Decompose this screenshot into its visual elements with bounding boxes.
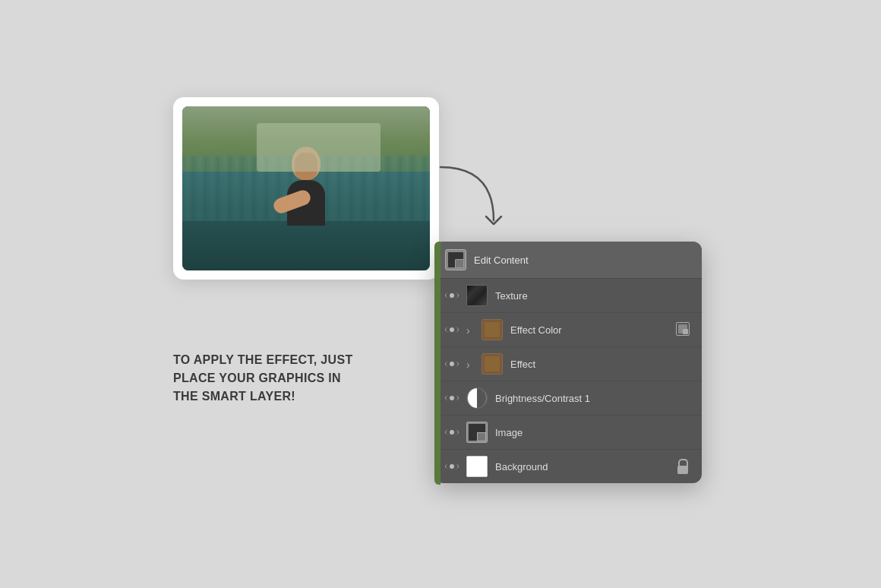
chevron-icon[interactable] bbox=[466, 326, 474, 334]
layers-panel: Edit Content Texture Effect Color bbox=[434, 242, 702, 483]
person-head bbox=[292, 147, 321, 180]
eye-icon[interactable] bbox=[445, 394, 459, 403]
eye-icon[interactable] bbox=[445, 291, 459, 300]
person-silhouette bbox=[276, 147, 336, 238]
instruction-text: TO APPLY THE EFFECT, JUST PLACE YOUR GRA… bbox=[173, 351, 353, 406]
layer-name-image: Image bbox=[495, 427, 691, 438]
curved-arrow bbox=[425, 152, 516, 243]
layer-thumb-background bbox=[466, 456, 488, 477]
canvas: Edit Content Texture Effect Color bbox=[0, 0, 881, 588]
lock-badge bbox=[676, 459, 691, 474]
layer-row-background[interactable]: Background bbox=[434, 450, 702, 483]
person-body bbox=[287, 180, 325, 226]
smart-object-badge bbox=[676, 322, 691, 337]
eye-icon[interactable] bbox=[445, 325, 459, 334]
instruction-line-2: PLACE YOUR GRAPHICS IN bbox=[173, 369, 353, 387]
eye-icon[interactable] bbox=[445, 359, 459, 368]
layer-thumb-image bbox=[466, 422, 488, 443]
photo-inner bbox=[182, 106, 430, 270]
layer-name-effect: Effect bbox=[510, 359, 691, 370]
layer-name-background: Background bbox=[495, 461, 668, 473]
layers-header: Edit Content bbox=[434, 242, 702, 279]
edit-content-icon bbox=[445, 249, 466, 270]
layer-row-image[interactable]: Image bbox=[434, 416, 702, 450]
layer-row-brightness[interactable]: Brightness/Contrast 1 bbox=[434, 381, 702, 416]
layer-name-texture: Texture bbox=[495, 290, 691, 302]
layer-row-effect-color[interactable]: Effect Color bbox=[434, 313, 702, 347]
layer-thumb-effect-color bbox=[482, 319, 503, 340]
chevron-icon[interactable] bbox=[466, 360, 474, 368]
layer-row-texture[interactable]: Texture bbox=[434, 279, 702, 313]
instruction-line-3: THE SMART LAYER! bbox=[173, 387, 353, 406]
edit-content-title: Edit Content bbox=[474, 254, 529, 266]
eye-icon[interactable] bbox=[445, 428, 459, 437]
layer-thumb-texture bbox=[466, 285, 488, 306]
layer-thumb-brightness bbox=[466, 387, 488, 409]
layer-name-brightness: Brightness/Contrast 1 bbox=[495, 393, 691, 404]
green-accent-bar bbox=[434, 242, 440, 485]
instruction-line-1: TO APPLY THE EFFECT, JUST bbox=[173, 351, 353, 369]
photo-scene bbox=[182, 106, 430, 270]
eye-icon[interactable] bbox=[445, 462, 459, 471]
layer-row-effect[interactable]: Effect bbox=[434, 347, 702, 381]
layer-name-effect-color: Effect Color bbox=[510, 324, 668, 336]
photo-card bbox=[173, 97, 439, 280]
person-arm bbox=[272, 188, 313, 215]
layer-thumb-effect bbox=[482, 353, 503, 375]
